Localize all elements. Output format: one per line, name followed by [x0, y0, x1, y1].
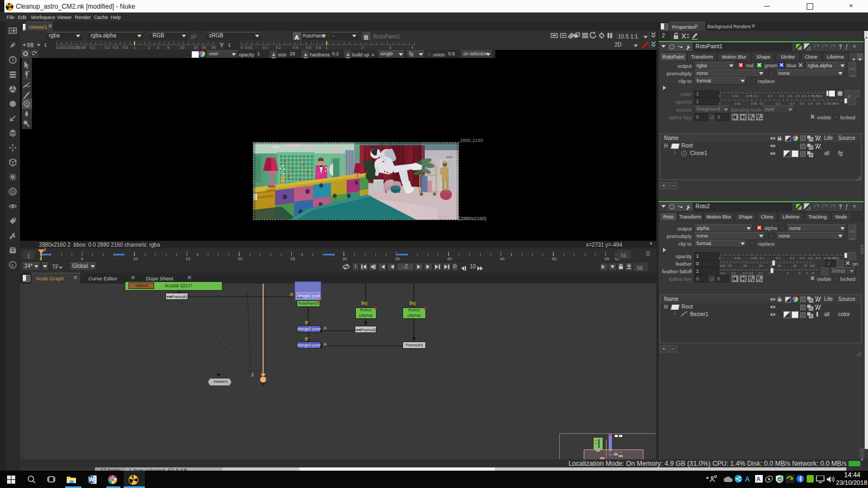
svg-text:W: W — [89, 477, 94, 483]
svg-text:a: a — [11, 262, 14, 268]
svg-text:D: D — [11, 189, 15, 195]
